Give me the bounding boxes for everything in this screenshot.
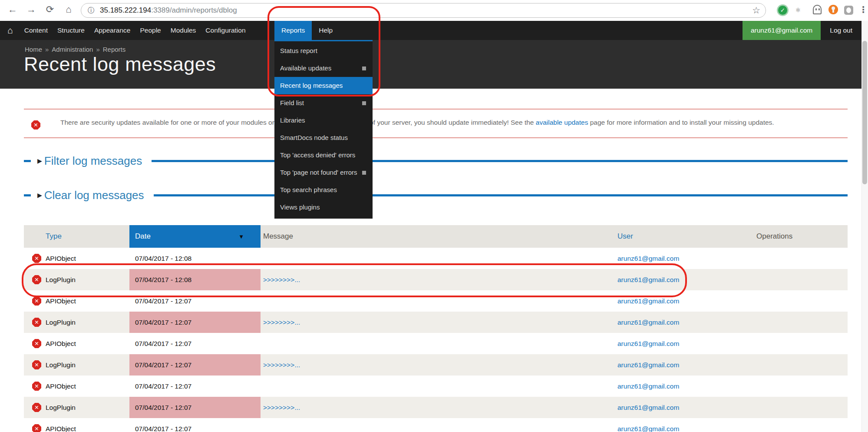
account-button[interactable]: arunz61@gmail.com <box>743 21 821 40</box>
row-date-cell: 07/04/2017 - 12:08 <box>129 269 261 290</box>
message-link[interactable]: >>>>>>>>... <box>263 361 300 369</box>
menu-item-available-updates[interactable]: Available updates <box>274 60 373 77</box>
row-user-cell: arunz61@gmail.com <box>615 354 754 376</box>
table-row: LogPlugin07/04/2017 - 12:07>>>>>>>>...ar… <box>24 397 848 418</box>
url-host: 35.185.222.194 <box>100 6 151 14</box>
row-operations-cell <box>754 376 848 397</box>
row-user-cell: arunz61@gmail.com <box>615 290 754 312</box>
message-link[interactable]: >>>>>>>>... <box>263 319 300 326</box>
admin-menu-item-configuration[interactable]: Configuration <box>201 21 250 40</box>
row-date-cell: 07/04/2017 - 12:07 <box>129 418 261 432</box>
warning-text-after: page for more information and to install… <box>588 119 774 126</box>
menu-item-top-page-not-found-errors[interactable]: Top 'page not found' errors <box>274 164 373 181</box>
header-message: Message <box>261 225 615 248</box>
header-date-label: Date <box>135 232 151 241</box>
scrollbar-thumb[interactable] <box>862 41 867 184</box>
row-type-cell: APIObject <box>46 418 129 432</box>
user-link[interactable]: arunz61@gmail.com <box>617 319 679 326</box>
url-bar[interactable]: ⓘ 35.185.222.194:3389/admin/reports/dblo… <box>81 3 766 18</box>
ghost-extension-icon[interactable] <box>813 5 822 14</box>
admin-menu-item-content[interactable]: Content <box>20 21 53 40</box>
menu-item-field-list[interactable]: Field list <box>274 94 373 112</box>
collapsed-arrow-icon: ▶ <box>37 157 42 164</box>
user-link[interactable]: arunz61@gmail.com <box>617 361 679 369</box>
row-message-cell: >>>>>>>>... <box>261 269 615 290</box>
row-severity-cell <box>24 312 46 333</box>
adblock-check-icon[interactable] <box>778 6 787 15</box>
user-link[interactable]: arunz61@gmail.com <box>617 340 679 348</box>
admin-menu-item-people[interactable]: People <box>135 21 165 40</box>
menu-badge-icon <box>362 66 366 70</box>
menu-item-label: Top 'page not found' errors <box>280 168 357 177</box>
disabled-extension-icon[interactable]: ✱ <box>795 7 806 17</box>
menu-item-smartdocs-node-status[interactable]: SmartDocs node status <box>274 129 373 146</box>
logout-button[interactable]: Log out <box>821 21 861 40</box>
bookmark-star-icon[interactable]: ☆ <box>752 5 760 16</box>
row-message-cell: >>>>>>>>... <box>261 354 615 376</box>
menu-item-label: SmartDocs node status <box>280 133 348 143</box>
row-date-cell: 07/04/2017 - 12:07 <box>129 397 261 418</box>
clear-log-messages-link[interactable]: Clear log messages <box>44 189 144 202</box>
table-row: LogPlugin07/04/2017 - 12:08>>>>>>>>...ar… <box>24 269 848 290</box>
fieldset-dash-icon <box>24 194 31 196</box>
reports-dropdown-menu: Status reportAvailable updatesRecent log… <box>274 40 373 219</box>
info-icon[interactable]: ⓘ <box>88 6 95 15</box>
row-severity-cell <box>24 333 46 354</box>
menu-item-views-plugins[interactable]: Views plugins <box>274 199 373 216</box>
user-link[interactable]: arunz61@gmail.com <box>617 255 679 263</box>
sort-desc-arrow-icon: ▼ <box>238 233 244 240</box>
error-icon <box>32 403 41 412</box>
table-row: APIObject07/04/2017 - 12:07arunz61@gmail… <box>24 376 848 397</box>
admin-tab-reports[interactable]: Reports <box>274 21 312 40</box>
back-arrow-icon[interactable]: ← <box>6 4 19 15</box>
menu-item-libraries[interactable]: Libraries <box>274 112 373 129</box>
admin-tab-help[interactable]: Help <box>312 21 340 40</box>
menu-item-status-report[interactable]: Status report <box>274 42 373 60</box>
admin-menu-item-structure[interactable]: Structure <box>53 21 89 40</box>
row-user-cell: arunz61@gmail.com <box>615 418 754 432</box>
message-link[interactable]: >>>>>>>>... <box>263 404 300 412</box>
menu-item-top-search-phrases[interactable]: Top search phrases <box>274 181 373 199</box>
available-updates-link[interactable]: available updates <box>536 119 588 126</box>
menu-item-top-access-denied-errors[interactable]: Top 'access denied' errors <box>274 146 373 164</box>
row-operations-cell <box>754 397 848 418</box>
header-date-sort-active[interactable]: Date ▼ <box>129 225 261 248</box>
admin-menu-item-modules[interactable]: Modules <box>166 21 201 40</box>
user-link[interactable]: arunz61@gmail.com <box>617 404 679 412</box>
url-text: 35.185.222.194:3389/admin/reports/dblog <box>100 6 237 15</box>
user-link[interactable]: arunz61@gmail.com <box>617 276 679 284</box>
page-title: Recent log messages <box>24 53 216 76</box>
row-severity-cell <box>24 418 46 432</box>
menu-item-label: Views plugins <box>280 203 320 212</box>
reload-icon[interactable]: ⟳ <box>43 4 56 15</box>
generic-extension-icon[interactable] <box>844 6 853 15</box>
row-date-cell: 07/04/2017 - 12:08 <box>129 248 261 269</box>
breadcrumb-separator: » <box>42 46 52 53</box>
forward-arrow-icon[interactable]: → <box>25 4 38 15</box>
kebab-menu-icon[interactable]: ⋮ <box>859 4 868 15</box>
admin-menu-item-appearance[interactable]: Appearance <box>89 21 135 40</box>
menu-item-recent-log-messages[interactable]: Recent log messages <box>274 77 373 94</box>
menu-item-label: Top search phrases <box>280 185 337 195</box>
header-type[interactable]: Type <box>46 225 129 248</box>
table-row: LogPlugin07/04/2017 - 12:07>>>>>>>>...ar… <box>24 312 848 333</box>
row-message-cell: >>>>>>>>... <box>261 397 615 418</box>
user-link[interactable]: arunz61@gmail.com <box>617 425 679 432</box>
filter-log-messages-link[interactable]: Filter log messages <box>44 154 142 168</box>
openvpn-icon[interactable] <box>828 5 838 14</box>
home-icon[interactable]: ⌂ <box>62 4 75 15</box>
breadcrumb-link-reports[interactable]: Reports <box>103 46 126 53</box>
breadcrumb-link-administration[interactable]: Administration <box>52 46 93 53</box>
row-operations-cell <box>754 312 848 333</box>
row-operations-cell <box>754 248 848 269</box>
breadcrumb-link-home[interactable]: Home <box>25 46 42 53</box>
message-link[interactable]: >>>>>>>>... <box>263 276 300 284</box>
row-message-cell: >>>>>>>>... <box>261 312 615 333</box>
drupal-home-icon[interactable]: ⌂ <box>0 21 20 40</box>
row-message-cell <box>261 333 615 354</box>
header-user[interactable]: User <box>615 225 754 248</box>
user-link[interactable]: arunz61@gmail.com <box>617 297 679 305</box>
row-user-cell: arunz61@gmail.com <box>615 248 754 269</box>
error-icon <box>32 382 41 391</box>
user-link[interactable]: arunz61@gmail.com <box>617 382 679 390</box>
